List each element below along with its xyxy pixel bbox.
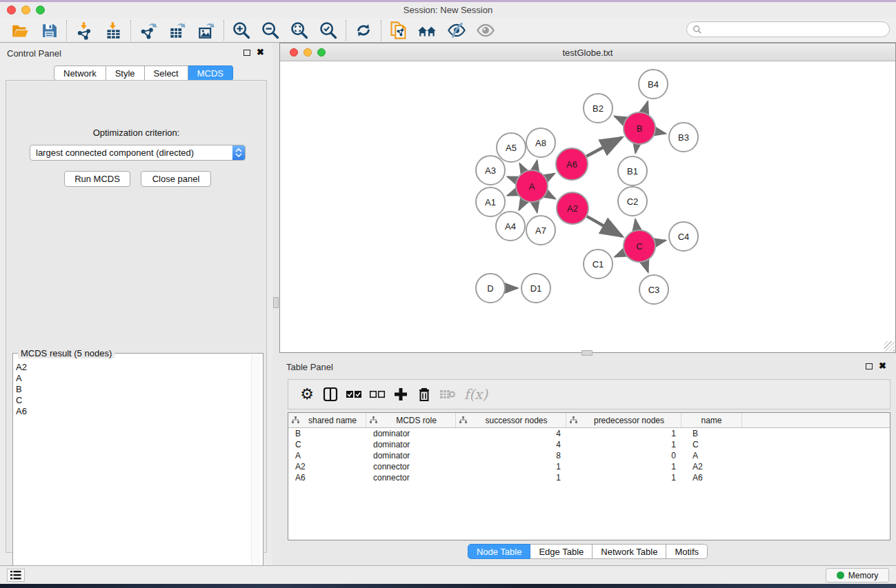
column-header-mcds-role[interactable]: MCDS role [366,413,456,427]
graph-edge-B-B2[interactable] [615,116,624,121]
table-settings-button[interactable]: ⚙ [295,383,319,406]
deselect-all-columns-button[interactable] [366,383,389,406]
graph-edge-A-A5[interactable] [520,164,524,172]
graph-edge-A-A2[interactable] [546,194,555,199]
graph-edge-B-B3[interactable] [656,132,666,134]
table-panel-header: Table Panel ✖ [279,356,896,377]
list-item[interactable]: B [16,384,27,395]
graph-edge-A-A6[interactable] [546,174,555,178]
function-builder-button[interactable]: f(x) [459,383,492,406]
refresh-view-button[interactable] [353,20,374,41]
open-folder-icon [11,21,30,40]
network-window-titlebar[interactable]: testGlobe.txt [280,43,895,61]
graph-edge-C-C2[interactable] [635,220,637,230]
zoom-fit-button[interactable] [289,20,310,41]
network-canvas[interactable]: B4B2BB3A8A5A6A3B1AC2A1A2A4A7C4CC1C3DD1 [280,61,895,352]
graph-edge-C-C1[interactable] [615,253,624,257]
zoom-out-icon [261,21,280,40]
optimization-criterion-select[interactable]: largest connected component (directed) [30,145,246,161]
list-item[interactable]: A2 [16,362,27,373]
zoom-selected-button[interactable] [318,20,339,41]
save-session-button[interactable] [39,20,59,41]
graph-edge-A-A1[interactable] [508,192,516,196]
delete-table-button[interactable] [436,383,459,406]
graph-node-label: A [529,181,535,192]
toolbar-separator [130,20,131,41]
import-network-button[interactable] [74,20,94,41]
result-scrollbar[interactable] [251,355,261,585]
desktop-edge [0,584,896,588]
column-header-predecessor-nodes[interactable]: predecessor nodes [566,413,681,427]
tab-mcds[interactable]: MCDS [188,65,233,81]
tab-select[interactable]: Select [145,65,188,81]
table-toolbar: ⚙ [288,379,890,409]
close-panel-button[interactable]: Close panel [141,171,211,187]
app-titlebar: Session: New Session [0,2,896,19]
tab-node-table[interactable]: Node Table [468,544,531,559]
table-row[interactable]: Bdominator41B [288,428,890,439]
graph-node-label: D [487,283,493,294]
first-neighbors-button[interactable] [417,20,438,41]
export-network-icon [139,21,158,40]
graph-edge-B-B1[interactable] [635,145,637,153]
select-all-columns-button[interactable] [342,383,366,406]
close-panel-icon[interactable]: ✖ [257,47,264,57]
graph-edge-A-A3[interactable] [508,177,516,181]
tab-edge-table[interactable]: Edge Table [530,544,593,559]
list-item[interactable]: A6 [16,406,27,417]
table-row[interactable]: A6connector11A6 [288,472,890,483]
export-image-button[interactable] [196,20,217,41]
table-row[interactable]: Adominator80A [288,450,890,461]
graph-edge-C-C4[interactable] [655,241,665,243]
memory-button[interactable]: Memory [826,568,889,582]
toolbar-separator [381,20,381,41]
column-header-name[interactable]: name [681,413,742,427]
show-columns-button[interactable] [319,383,342,406]
list-item[interactable]: C [16,395,27,406]
float-panel-icon[interactable] [243,50,250,56]
list-item[interactable]: A [16,373,27,384]
delete-column-button[interactable] [412,383,436,406]
column-header-shared-name[interactable]: shared name [288,413,366,427]
column-type-icon [370,416,377,424]
float-table-panel-icon[interactable] [866,363,873,369]
tab-motifs[interactable]: Motifs [666,544,708,559]
clone-network-button[interactable] [388,20,409,41]
table-row[interactable]: Cdominator41C [288,439,890,450]
tab-style[interactable]: Style [106,65,145,81]
network-graph[interactable]: B4B2BB3A8A5A6A3B1AC2A1A2A4A7C4CC1C3DD1 [280,61,895,352]
mcds-result-list[interactable]: A2 A B C A6 [16,362,27,417]
vertical-splitter-handle[interactable] [273,297,279,308]
zoom-in-button[interactable] [231,20,252,41]
control-panel-header: Control Panel ✖ [0,43,272,63]
toolbar-separator [346,20,346,41]
graph-edge-A-A7[interactable] [535,203,537,212]
export-table-button[interactable] [167,20,188,41]
graph-edge-C-C3[interactable] [645,262,648,272]
column-header-successor-nodes[interactable]: successor nodes [456,413,566,427]
graph-node-label: C [636,241,642,252]
graph-edge-A-A4[interactable] [519,201,524,210]
graph-edge-B-B4[interactable] [644,102,648,112]
graph-edge-A-A8[interactable] [535,161,537,170]
import-table-button[interactable] [103,20,123,41]
hide-selected-button[interactable] [446,20,467,41]
close-table-panel-icon[interactable]: ✖ [879,361,886,371]
create-column-button[interactable] [389,383,412,406]
search-input[interactable] [702,25,875,34]
show-all-button[interactable] [475,20,496,41]
task-history-button[interactable] [7,569,25,582]
graph-edge-A2-C[interactable] [587,216,622,236]
resize-grip-icon[interactable] [884,341,895,352]
open-session-button[interactable] [10,20,30,41]
app-title: Session: New Session [0,5,896,15]
tab-network-table[interactable]: Network Table [593,544,666,559]
tab-network[interactable]: Network [54,65,106,81]
graph-edge-A6-B[interactable] [586,138,621,156]
horizontal-splitter-handle[interactable] [581,350,593,356]
export-network-button[interactable] [138,20,159,41]
zoom-out-button[interactable] [260,20,281,41]
run-mcds-button[interactable]: Run MCDS [64,171,130,187]
search-field[interactable] [686,21,890,37]
table-row[interactable]: A2connector11A2 [288,461,890,472]
